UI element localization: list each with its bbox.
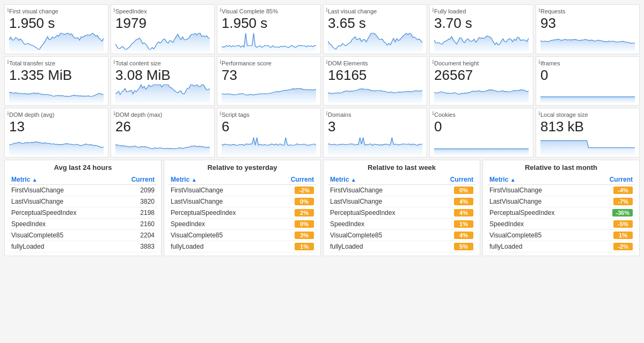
- table-row: PerceptualSpeedIndex 4%: [328, 207, 475, 218]
- table-cell-metric: VisualComplete85: [169, 229, 274, 241]
- metric-card-local-storage-size: ℹ Local storage size 813 kB: [536, 108, 640, 158]
- table-row: fullyLoaded 3883: [9, 241, 157, 252]
- badge: 0%: [295, 220, 314, 228]
- badge: 4%: [454, 209, 473, 217]
- badge: -4%: [613, 187, 633, 194]
- card-value-performance-score: 73: [222, 68, 316, 83]
- table-cell-value: 3%: [274, 229, 316, 241]
- badge: 4%: [454, 198, 473, 205]
- table-cell-value: 4%: [434, 229, 475, 241]
- col-metric[interactable]: Metric ▲: [487, 175, 593, 185]
- info-icon: ℹ: [113, 7, 115, 13]
- card-title-script-tags: Script tags: [222, 111, 316, 118]
- table-cell-value: -5%: [593, 218, 635, 229]
- info-icon: ℹ: [113, 110, 115, 116]
- table-title-relative-yesterday: Relative to yesterday: [169, 163, 316, 172]
- card-value-total-transfer-size: 1.335 MiB: [9, 68, 104, 83]
- table-cell-metric: fullyLoaded: [487, 241, 593, 252]
- table-cell-value: -2%: [593, 241, 635, 252]
- table-cell-value: -36%: [593, 207, 635, 218]
- card-value-speed-index: 1979: [115, 16, 210, 31]
- sort-arrow: ▲: [32, 177, 38, 183]
- card-title-requests: Requests: [540, 8, 635, 14]
- table-row: SpeedIndex -5%: [487, 218, 635, 229]
- table-cell-value: 2204: [115, 229, 157, 241]
- card-title-dom-elements: DOM Elements: [328, 60, 422, 66]
- table-cell-metric: FirstVisualChange: [487, 184, 593, 196]
- card-value-dom-depth-avg: 13: [9, 119, 104, 135]
- metric-card-domains: ℹ Domains 3: [323, 108, 427, 158]
- card-value-fully-loaded: 3.70 s: [434, 16, 529, 31]
- table-cell-value: 2198: [115, 207, 157, 218]
- badge: 1%: [295, 243, 314, 250]
- metric-row-1: ℹ Total transfer size 1.335 MiB ℹ Total …: [4, 56, 640, 106]
- table-body: FirstVisualChange 0% LastVisualChange 4%…: [328, 184, 475, 252]
- chart-area-domains: [328, 135, 422, 155]
- card-value-requests: 93: [540, 16, 635, 31]
- info-icon: ℹ: [113, 59, 115, 65]
- metric-card-cookies: ℹ Cookies 0: [429, 108, 533, 158]
- info-icon: ℹ: [219, 59, 222, 65]
- col-current[interactable]: Current: [274, 175, 316, 185]
- table-row: SpeedIndex 1%: [328, 218, 475, 229]
- table-row: VisualComplete85 3%: [169, 229, 316, 241]
- metric-card-visual-complete-85: ℹ Visual Complete 85% 1.950 s: [217, 4, 321, 54]
- card-title-speed-index: SpeedIndex: [115, 8, 210, 14]
- sort-arrow: ▲: [510, 177, 516, 183]
- metric-row-2: ℹ DOM depth (avg) 13 ℹ DOM depth (max) 2…: [4, 108, 640, 158]
- table-row: LastVisualChange -7%: [487, 196, 635, 207]
- info-icon: ℹ: [538, 59, 540, 65]
- table-cell-metric: VisualComplete85: [487, 229, 593, 241]
- table-row: fullyLoaded -2%: [487, 241, 635, 252]
- table-title-avg-last-24h: Avg last 24 hours: [9, 163, 157, 172]
- card-title-performance-score: Performance score: [222, 60, 316, 66]
- card-title-last-visual-change: Last visual change: [328, 8, 422, 14]
- metric-card-performance-score: ℹ Performance score 73: [217, 56, 321, 106]
- metric-card-requests: ℹ Requests 93: [536, 4, 640, 54]
- table-cell-metric: SpeedIndex: [169, 218, 274, 229]
- data-table-relative-yesterday: Metric ▲ Current FirstVisualChange -2% L…: [169, 175, 316, 252]
- table-row: FirstVisualChange 2099: [9, 184, 157, 196]
- info-icon: ℹ: [326, 7, 328, 13]
- data-table-relative-last-month: Metric ▲ Current FirstVisualChange -4% L…: [487, 175, 635, 252]
- table-cell-value: 0%: [274, 218, 316, 229]
- table-cell-metric: fullyLoaded: [328, 241, 434, 252]
- table-cell-metric: FirstVisualChange: [9, 184, 115, 196]
- table-cell-metric: VisualComplete85: [328, 229, 434, 241]
- badge: -36%: [612, 209, 633, 217]
- card-title-local-storage-size: Local storage size: [540, 111, 635, 118]
- table-card-avg-last-24h: Avg last 24 hours Metric ▲ Current First…: [4, 160, 162, 256]
- table-row: LastVisualChange 0%: [169, 196, 316, 207]
- table-row: SpeedIndex 0%: [169, 218, 316, 229]
- table-cell-metric: LastVisualChange: [169, 196, 274, 207]
- table-cell-value: 2160: [115, 218, 157, 229]
- table-cell-metric: LastVisualChange: [9, 196, 115, 207]
- col-metric[interactable]: Metric ▲: [328, 175, 434, 185]
- chart-area-iframes: [540, 83, 635, 103]
- dashboard: ℹ First visual change 1.950 s ℹ SpeedInd…: [0, 0, 644, 260]
- table-row: FirstVisualChange -4%: [487, 184, 635, 196]
- card-value-iframes: 0: [540, 68, 635, 83]
- col-metric[interactable]: Metric ▲: [9, 175, 115, 185]
- metric-card-script-tags: ℹ Script tags 6: [217, 108, 321, 158]
- info-icon: ℹ: [432, 110, 434, 116]
- col-current[interactable]: Current: [115, 175, 157, 185]
- info-icon: ℹ: [326, 110, 328, 116]
- card-title-domains: Domains: [328, 111, 422, 118]
- table-cell-metric: LastVisualChange: [328, 196, 434, 207]
- metric-card-total-transfer-size: ℹ Total transfer size 1.335 MiB: [4, 56, 108, 106]
- chart-area-requests: [540, 31, 635, 51]
- table-title-relative-last-week: Relative to last week: [328, 163, 475, 172]
- chart-area-total-content-size: [115, 83, 210, 103]
- info-icon: ℹ: [432, 59, 434, 65]
- table-cell-metric: LastVisualChange: [487, 196, 593, 207]
- table-body: FirstVisualChange 2099 LastVisualChange …: [9, 184, 157, 252]
- card-title-dom-depth-avg: DOM depth (avg): [9, 111, 104, 118]
- col-current[interactable]: Current: [434, 175, 475, 185]
- table-title-relative-last-month: Relative to last month: [487, 163, 635, 172]
- card-value-visual-complete-85: 1.950 s: [222, 16, 316, 31]
- card-title-cookies: Cookies: [434, 111, 529, 118]
- table-cell-value: 3820: [115, 196, 157, 207]
- col-metric[interactable]: Metric ▲: [169, 175, 274, 185]
- col-current[interactable]: Current: [593, 175, 635, 185]
